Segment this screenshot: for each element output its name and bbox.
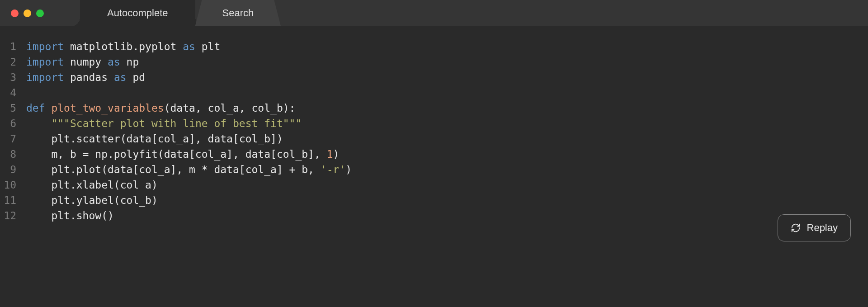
code-line: 6 """Scatter plot with line of best fit"… [0,116,868,131]
code-line: 1import matplotlib.pyplot as plt [0,39,868,54]
code-content: m, b = np.polyfit(data[col_a], data[col_… [26,146,339,162]
line-number: 4 [0,85,26,100]
code-content: plt.plot(data[col_a], m * data[col_a] + … [26,162,352,177]
line-number: 5 [0,100,26,116]
line-number: 1 [0,39,26,54]
code-container: 1import matplotlib.pyplot as plt2import … [0,39,868,223]
code-line: 3import pandas as pd [0,70,868,85]
replay-button[interactable]: Replay [778,214,851,241]
tab-autocomplete[interactable]: Autocomplete [80,0,195,26]
code-line: 7 plt.scatter(data[col_a], data[col_b]) [0,131,868,146]
minimize-window-button[interactable] [24,9,31,17]
code-content: import numpy as np [26,54,139,70]
close-window-button[interactable] [11,9,19,17]
code-content: plt.scatter(data[col_a], data[col_b]) [26,131,283,146]
line-number: 6 [0,116,26,131]
tab-bar: Autocomplete Search [80,0,281,26]
replay-label: Replay [807,222,838,234]
line-number: 9 [0,162,26,177]
line-number: 12 [0,208,26,223]
code-content: def plot_two_variables(data, col_a, col_… [26,100,295,116]
line-number: 10 [0,177,26,193]
code-line: 10 plt.xlabel(col_a) [0,177,868,193]
code-content: plt.ylabel(col_b) [26,193,158,208]
code-line: 4 [0,85,868,100]
code-line: 9 plt.plot(data[col_a], m * data[col_a] … [0,162,868,177]
tab-label: Search [222,7,254,19]
code-content: import pandas as pd [26,70,145,85]
line-number: 2 [0,54,26,70]
refresh-icon [791,223,801,233]
line-number: 8 [0,146,26,162]
window-controls [11,9,44,17]
code-line: 2import numpy as np [0,54,868,70]
maximize-window-button[interactable] [36,9,44,17]
tab-label: Autocomplete [107,7,168,19]
code-editor[interactable]: 1import matplotlib.pyplot as plt2import … [0,26,868,307]
line-number: 3 [0,70,26,85]
titlebar: Autocomplete Search [0,0,868,26]
line-number: 7 [0,131,26,146]
code-content: plt.show() [26,208,114,223]
code-content: """Scatter plot with line of best fit""" [26,116,302,131]
code-content [26,85,33,100]
code-content: import matplotlib.pyplot as plt [26,39,220,54]
code-line: 8 m, b = np.polyfit(data[col_a], data[co… [0,146,868,162]
code-line: 11 plt.ylabel(col_b) [0,193,868,208]
line-number: 11 [0,193,26,208]
tab-search[interactable]: Search [195,0,281,26]
code-line: 12 plt.show() [0,208,868,223]
editor-window: Autocomplete Search 1import matplotlib.p… [0,0,868,307]
code-line: 5def plot_two_variables(data, col_a, col… [0,100,868,116]
code-content: plt.xlabel(col_a) [26,177,158,193]
